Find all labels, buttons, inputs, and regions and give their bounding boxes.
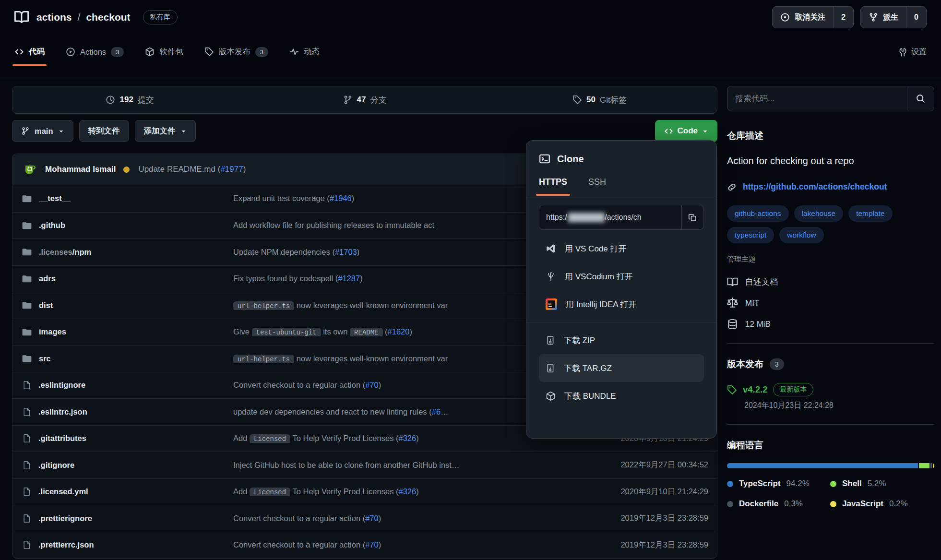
repo-meta-item[interactable]: MIT: [727, 298, 934, 309]
language-segment: [933, 463, 934, 468]
language-legend-item[interactable]: Shell5.2%: [830, 479, 934, 489]
branch-icon: [343, 95, 353, 105]
open-with-item[interactable]: 用 VSCodium 打开: [539, 262, 704, 290]
folder-name[interactable]: adrs: [12, 274, 233, 284]
breadcrumb-separator: /: [78, 12, 81, 23]
goto-file-button[interactable]: 转到文件: [79, 120, 129, 142]
issue-link[interactable]: #326: [398, 487, 416, 496]
language-name: Shell: [842, 479, 862, 489]
tag-icon: [727, 385, 737, 395]
topic-pill[interactable]: typescript: [727, 227, 774, 243]
tab-activity[interactable]: 动态: [289, 35, 320, 69]
stat-value: 47: [357, 95, 366, 105]
breadcrumb: actions / checkout 私有库: [36, 10, 178, 24]
fork-button[interactable]: 派生 0: [860, 6, 927, 28]
language-legend-item[interactable]: Dockerfile0.3%: [727, 499, 830, 509]
download-item[interactable]: 下载 BUNDLE: [539, 382, 704, 410]
clone-url-field[interactable]: https:/████████/actions/ch: [539, 205, 681, 229]
file-name[interactable]: .gitignore: [12, 461, 233, 470]
open-with-item[interactable]: 用 VS Code 打开: [539, 235, 704, 262]
commit-message: url-helper.ts now leverages well-known e…: [233, 301, 573, 310]
tab-actions[interactable]: Actions 3: [66, 35, 124, 69]
topic-pill[interactable]: lakehouse: [794, 205, 844, 222]
file-row[interactable]: .prettierignoreConvert checkout to a reg…: [12, 505, 717, 532]
folder-name[interactable]: src: [12, 354, 233, 363]
file-name[interactable]: .eslintrc.json: [12, 407, 233, 417]
issue-link[interactable]: #1287: [338, 274, 360, 283]
issue-link[interactable]: #70: [365, 540, 379, 549]
folder-name[interactable]: .github: [12, 221, 233, 230]
repo-meta-item[interactable]: 12 MiB: [727, 319, 934, 330]
fork-count[interactable]: 0: [906, 7, 926, 28]
release-version[interactable]: v4.2.2: [743, 384, 767, 395]
file-name[interactable]: .gitattributes: [12, 434, 233, 443]
language-legend-item[interactable]: JavaScript0.2%: [830, 499, 934, 509]
repo-owner-link[interactable]: actions: [36, 12, 72, 23]
topic-pill[interactable]: github-actions: [727, 205, 789, 222]
issue-link[interactable]: #6: [432, 407, 441, 416]
stat-tags[interactable]: 50 Git标签: [482, 86, 717, 113]
branch-selector[interactable]: main: [12, 120, 73, 142]
issue-link[interactable]: #326: [398, 434, 416, 442]
clone-title: Clone: [557, 154, 584, 165]
issue-link[interactable]: #1620: [388, 327, 410, 336]
issue-link[interactable]: #70: [365, 514, 379, 523]
stat-branches[interactable]: 47 分支: [247, 86, 482, 113]
history-icon: [106, 95, 115, 105]
meta-label: 12 MiB: [745, 320, 771, 329]
watch-count[interactable]: 2: [833, 7, 853, 28]
topic-pill[interactable]: workflow: [779, 227, 823, 243]
file-name[interactable]: .prettierrc.json: [12, 540, 233, 549]
file-name[interactable]: .prettierignore: [12, 514, 233, 523]
download-item[interactable]: 下载 TAR.GZ: [539, 354, 704, 382]
folder-name[interactable]: dist: [12, 300, 233, 310]
releases-title[interactable]: 版本发布: [727, 358, 763, 370]
chevron-down-icon: [702, 128, 708, 134]
search-button[interactable]: [907, 86, 934, 111]
copy-url-button[interactable]: [681, 205, 703, 229]
folder-name[interactable]: images: [12, 327, 233, 337]
manage-topics-link[interactable]: 管理主题: [727, 255, 934, 264]
file-row[interactable]: .prettierrc.jsonConvert checkout to a re…: [12, 532, 717, 559]
folder-name[interactable]: .licenses/npm: [12, 247, 233, 257]
folder-name[interactable]: __test__: [12, 194, 233, 203]
file-row[interactable]: .licensed.ymlAdd Licensed To Help Verify…: [12, 478, 717, 505]
repo-book-icon: [14, 10, 29, 24]
folder-icon: [22, 354, 32, 363]
language-legend-item[interactable]: TypeScript94.2%: [727, 479, 830, 489]
language-name: Dockerfile: [739, 499, 778, 509]
menu-item-label: 下载 BUNDLE: [564, 391, 616, 402]
download-item[interactable]: 下载 ZIP: [539, 326, 704, 354]
file-row[interactable]: .gitignoreInject GitHub host to be able …: [12, 452, 717, 478]
tab-settings[interactable]: 设置: [898, 47, 927, 57]
stat-label: 提交: [138, 95, 154, 106]
tab-code[interactable]: 代码: [14, 35, 45, 69]
tab-packages[interactable]: 软件包: [145, 35, 183, 69]
topic-pill[interactable]: template: [848, 205, 892, 222]
clone-tab-https[interactable]: HTTPS: [539, 177, 567, 196]
search-input[interactable]: [727, 86, 907, 111]
chevron-down-icon: [180, 128, 187, 134]
file-name[interactable]: .licensed.yml: [12, 487, 233, 496]
watch-button[interactable]: 取消关注 2: [772, 6, 854, 28]
repo-name-link[interactable]: checkout: [86, 12, 130, 23]
issue-link[interactable]: #1977: [220, 165, 243, 174]
clone-tab-ssh[interactable]: SSH: [588, 177, 606, 196]
code-button[interactable]: Code: [655, 120, 718, 142]
issue-link[interactable]: #1946: [330, 194, 352, 203]
issue-link[interactable]: #70: [365, 381, 379, 389]
issue-link[interactable]: #1703: [335, 248, 357, 256]
stat-commits[interactable]: 192 提交: [12, 86, 247, 113]
tab-bar: 代码 Actions 3 软件包 版本发布 3 动态 设置: [0, 35, 941, 69]
open-with-item[interactable]: IJ用 Intellij IDEA 打开: [539, 290, 704, 318]
commit-status-dot[interactable]: [123, 167, 130, 173]
repo-meta-item[interactable]: 自述文档: [727, 276, 934, 287]
file-name[interactable]: .eslintignore: [12, 381, 233, 390]
tab-releases[interactable]: 版本发布 3: [204, 35, 268, 69]
latest-release[interactable]: v4.2.2 最新版本: [727, 383, 934, 396]
add-file-button[interactable]: 添加文件: [135, 120, 196, 142]
repo-website-link[interactable]: https://github.com/actions/checkout: [743, 182, 887, 192]
pulse-icon: [289, 47, 299, 57]
commit-author[interactable]: Mohammad Ismail: [45, 165, 116, 174]
avatar[interactable]: [22, 162, 37, 177]
